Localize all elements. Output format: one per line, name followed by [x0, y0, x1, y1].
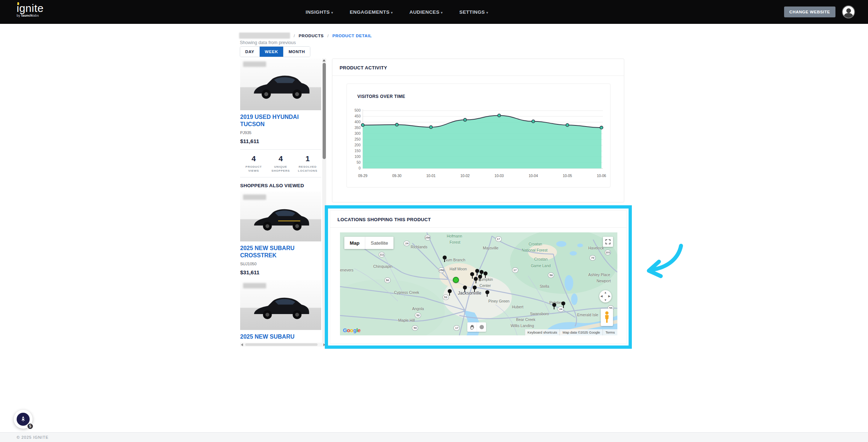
breadcrumb-products[interactable]: PRODUCTS: [299, 34, 324, 38]
shopper-location-pin[interactable]: [474, 277, 478, 283]
also-viewed-title-1[interactable]: 2025 NEW SUBARU CROSSTREK: [240, 245, 321, 259]
filter-caption: Showing data from previous: [240, 40, 296, 45]
scroll-left-arrow-icon[interactable]: [241, 343, 243, 346]
map-place-label: Richlands: [411, 245, 427, 249]
top-nav: ignite by launchlabs INSIGHTS▾ ENGAGEMEN…: [0, 0, 868, 24]
keyboard-shortcuts-link[interactable]: Keyboard shortcuts: [525, 329, 560, 335]
brand-logo[interactable]: ignite by launchlabs: [17, 3, 64, 17]
also-viewed-image-2[interactable]: [240, 280, 321, 330]
pan-hand-button[interactable]: [467, 322, 477, 332]
product-title-link[interactable]: 2019 USED HYUNDAI TUCSON: [240, 113, 321, 128]
route-shield-icon: 70: [590, 255, 596, 261]
map-place-label: Swansboro: [530, 312, 549, 316]
map-place-label: enevers: [340, 268, 353, 272]
pan-right-icon: ▶: [608, 295, 610, 298]
pegman-control[interactable]: [601, 309, 613, 326]
toggle-week[interactable]: WEEK: [259, 47, 283, 57]
resolved-location-marker[interactable]: [453, 277, 459, 283]
stat-resolved-locations: 1 RESOLVED LOCATIONS: [294, 154, 321, 173]
svg-text:09-30: 09-30: [392, 174, 401, 178]
satellite-button[interactable]: Satellite: [365, 237, 393, 249]
product-stock-number: PJ935: [240, 130, 321, 135]
product-image[interactable]: [240, 59, 321, 110]
map-place-label: Jacksonville: [458, 291, 481, 296]
shopper-location-pin[interactable]: [561, 301, 565, 308]
period-toggle: DAY WEEK MONTH: [240, 46, 310, 57]
map-gesture-control: [467, 322, 486, 332]
shopper-location-pin[interactable]: [473, 286, 477, 292]
menu-insights[interactable]: INSIGHTS▾: [306, 9, 333, 15]
chart-title: VISITORS OVER TIME: [357, 94, 405, 99]
divider: [240, 177, 321, 177]
svg-text:150: 150: [354, 149, 361, 153]
svg-text:250: 250: [354, 137, 361, 141]
car-photo-placeholder: [242, 198, 319, 236]
change-website-button[interactable]: CHANGE WEBSITE: [784, 7, 835, 17]
shopper-location-pin[interactable]: [443, 256, 447, 262]
horizontal-scrollbar-thumb[interactable]: [245, 343, 318, 346]
fullscreen-button[interactable]: [603, 237, 613, 247]
svg-text:0: 0: [358, 166, 361, 170]
google-logo[interactable]: Google: [343, 327, 361, 333]
map-button[interactable]: Map: [344, 237, 365, 249]
map-place-label: Maple Hill: [398, 318, 415, 322]
horizontal-scrollbar[interactable]: [240, 343, 326, 347]
map-scale-button[interactable]: [477, 322, 486, 332]
svg-text:300: 300: [354, 132, 361, 136]
toggle-day[interactable]: DAY: [240, 47, 259, 57]
toggle-month[interactable]: MONTH: [283, 47, 310, 57]
map-place-label: Newport: [596, 279, 610, 283]
also-viewed-price-1: $31,611: [240, 269, 321, 275]
redacted-watermark: [243, 61, 266, 67]
map-place-label: Ashley Place: [588, 273, 610, 277]
copyright-text: © 2025 IGNITE: [17, 435, 48, 439]
svg-text:10-05: 10-05: [563, 174, 572, 178]
route-shield-icon: 53: [415, 313, 421, 318]
locations-panel: LOCATIONS SHOPPING THIS PRODUCT: [330, 210, 627, 344]
footer: © 2025 IGNITE: [0, 432, 868, 442]
menu-settings[interactable]: SETTINGS▾: [459, 9, 488, 15]
breadcrumb: / PRODUCTS / PRODUCT DETAIL: [239, 33, 372, 39]
also-viewed-title-2[interactable]: 2025 NEW SUBARU: [240, 333, 321, 340]
assistant-fab[interactable]: 5: [14, 410, 33, 429]
brand-name: ignite: [17, 3, 64, 14]
route-shield-icon: 258: [438, 267, 444, 273]
chevron-down-icon: ▾: [391, 11, 393, 14]
person-icon: [846, 8, 851, 13]
map-type-control: Map Satellite: [344, 237, 393, 249]
map-place-label: Chinquapin: [373, 264, 392, 269]
hand-icon: [469, 325, 475, 330]
route-shield-icon: 24: [404, 241, 410, 246]
brand-subtitle: by launchlabs: [17, 14, 64, 17]
shopper-location-pin[interactable]: [478, 275, 482, 281]
map-place-label: National Forest: [522, 248, 547, 252]
visitors-over-time-chart: 05010015020025030035040045050009-2909-30…: [347, 106, 610, 184]
svg-text:100: 100: [354, 155, 361, 159]
svg-text:500: 500: [354, 108, 361, 112]
user-avatar[interactable]: [842, 5, 855, 18]
menu-audiences[interactable]: AUDIENCES▾: [409, 9, 443, 15]
chevron-down-icon: ▾: [331, 11, 333, 14]
shopper-location-pin[interactable]: [463, 286, 467, 292]
map-place-label: Center: [480, 283, 491, 288]
scroll-up-arrow-icon[interactable]: [323, 59, 326, 61]
terms-link[interactable]: Terms: [603, 329, 617, 335]
svg-text:10-01: 10-01: [426, 174, 436, 178]
chevron-down-icon: ▾: [486, 11, 488, 14]
google-map[interactable]: HofmannForestRichlandsMaysvilleCroatanNa…: [340, 232, 617, 335]
map-place-label: Croatan: [529, 242, 542, 246]
pan-control[interactable]: ▲ ▼ ◀ ▶: [599, 290, 612, 302]
shopper-location-pin[interactable]: [485, 290, 489, 297]
redacted-dealer-name: [239, 33, 290, 39]
notification-badge: 5: [27, 423, 34, 430]
also-viewed-image-1[interactable]: [240, 192, 321, 241]
pan-left-icon: ◀: [600, 295, 603, 298]
shopper-location-pin[interactable]: [552, 303, 556, 309]
menu-engagements[interactable]: ENGAGEMENTS▾: [350, 9, 393, 15]
vertical-scrollbar-thumb[interactable]: [323, 63, 326, 159]
shopper-location-pin[interactable]: [484, 271, 488, 278]
map-place-label: Forest: [450, 240, 460, 244]
breadcrumb-product-detail: PRODUCT DETAIL: [332, 34, 372, 38]
route-shield-icon: 17: [495, 236, 502, 242]
shopper-location-pin[interactable]: [448, 289, 452, 296]
